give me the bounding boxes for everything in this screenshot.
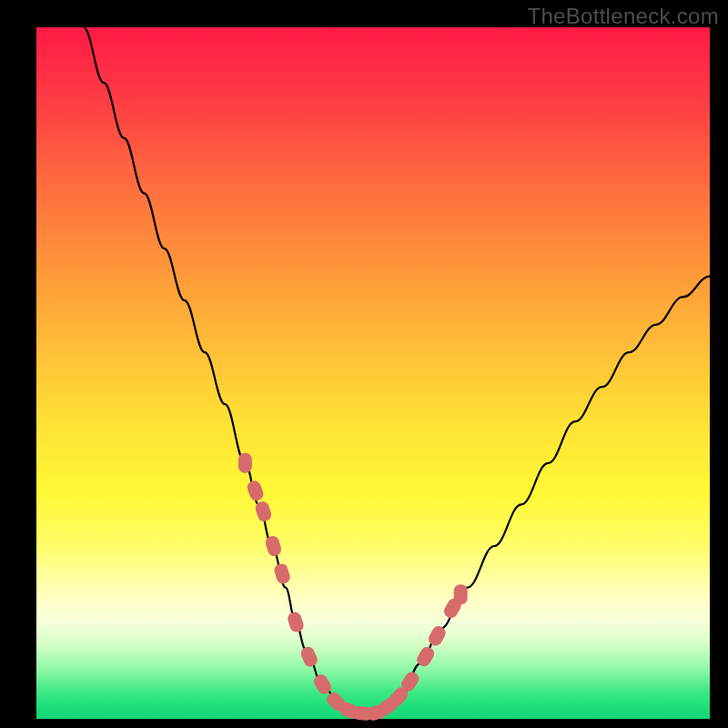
- plot-area: [36, 27, 710, 719]
- data-marker: [273, 562, 292, 585]
- bottleneck-curve-path: [84, 27, 710, 714]
- chart-frame: TheBottleneck.com: [0, 0, 728, 728]
- data-marker: [238, 453, 252, 473]
- data-markers: [238, 453, 468, 723]
- bottleneck-curve: [84, 27, 710, 714]
- data-marker: [264, 534, 283, 557]
- curve-layer: [36, 27, 710, 719]
- watermark-text: TheBottleneck.com: [527, 4, 719, 29]
- data-marker: [286, 611, 305, 634]
- data-marker: [298, 645, 319, 669]
- data-marker: [246, 479, 266, 502]
- data-marker: [454, 584, 468, 604]
